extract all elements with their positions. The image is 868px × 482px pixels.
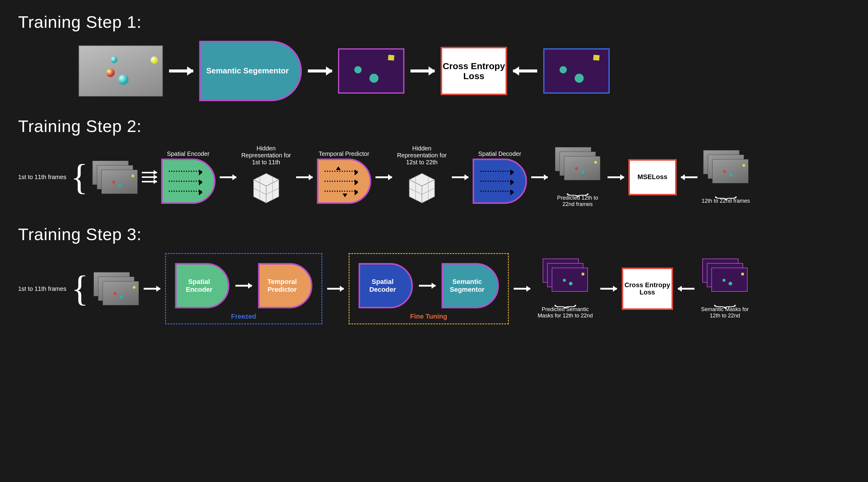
arrow-icon [169, 69, 193, 72]
arrow-icon [327, 288, 344, 290]
loss-label: Cross Entropy Loss [442, 61, 505, 81]
cross-entropy-loss-box: Cross Entropy Loss [622, 268, 673, 310]
arrow-icon [600, 288, 617, 290]
arrow-icon [531, 176, 548, 178]
step1-gt-mask [543, 48, 610, 94]
spatial-decoder-label: Spatial Decoder [360, 278, 411, 294]
gt-frames-col: ⏟ 12th to 22nd frames [702, 150, 750, 204]
arrow-icon [220, 176, 236, 178]
cube-icon [245, 167, 287, 209]
spatial-encoder-block [161, 158, 216, 204]
hidden2-col: Hidden Representation for 12st to 22th [396, 145, 447, 209]
predicted-masks-stack [542, 259, 588, 292]
brace-icon: ⏟ [715, 185, 737, 196]
temporal-predictor-col: Temporal Predictor [317, 150, 371, 204]
spatial-decoder-col: Spatial Decoder [473, 150, 527, 204]
step2-input-frames-stack [92, 161, 137, 194]
temporal-predictor-block [317, 158, 371, 204]
gt-frames-stack [703, 150, 748, 183]
spatial-encoder-label: Spatial Encoder [177, 278, 228, 294]
arrow-icon [410, 69, 435, 72]
cube-icon [401, 167, 443, 209]
brace-icon: ⏟ [714, 294, 736, 304]
step1-section: Training Step 1: Semantic Segementor Cro… [18, 12, 850, 101]
multi-arrow-icon [142, 172, 157, 182]
step3-title: Training Step 3: [18, 224, 850, 244]
cross-entropy-loss-box: Cross Entropy Loss [441, 47, 507, 95]
predicted-masks-col: ⏟ Predicted Semantic Masks for 12th to 2… [535, 259, 595, 319]
hidden1-col: Hidden Representation for 1st to 11th [241, 145, 292, 209]
temporal-predictor-label: Temporal Predictor [259, 278, 311, 294]
brace-icon: ⏟ [554, 294, 576, 304]
arrow-icon [144, 288, 160, 290]
gt-masks-col: ⏟ Semantic Masks for 12th to 22nd [699, 259, 751, 319]
arrow-icon [452, 176, 468, 178]
step1-predicted-mask [338, 48, 404, 94]
freezed-caption: Freezed [166, 312, 321, 321]
arrow-icon [681, 176, 698, 178]
semantic-segmentor-block: Semantic Segmentor [441, 263, 499, 308]
spatial-decoder-caption: Spatial Decoder [478, 150, 521, 157]
arrow-icon [375, 176, 392, 178]
freezed-group: Spatial Encoder Temporal Predictor Freez… [165, 253, 322, 324]
semantic-segmentor-block: Semantic Segementor [199, 41, 302, 101]
segmentor-label: Semantic Segementor [203, 66, 298, 76]
arrow-icon [236, 285, 252, 287]
semantic-segmentor-label: Semantic Segmentor [443, 278, 497, 294]
spatial-encoder-col: Spatial Encoder [161, 150, 216, 204]
brace-icon: { [71, 276, 89, 301]
arrow-icon [678, 288, 694, 290]
finetuning-caption: Fine Tuning [349, 312, 508, 321]
step3-input-frames-stack [94, 272, 139, 305]
predicted-frames-stack [555, 147, 600, 180]
spatial-encoder-caption: Spatial Encoder [167, 150, 210, 157]
spatial-decoder-block [473, 158, 527, 204]
arrow-icon [308, 69, 332, 72]
brace-icon: ⏟ [567, 182, 589, 193]
arrow-icon [514, 288, 530, 290]
step3-input-frames-label: 1st to 11th frames [18, 285, 66, 292]
mse-loss-box: MSELoss [628, 159, 677, 195]
arrow-icon [419, 285, 435, 287]
step2-title: Training Step 2: [18, 116, 850, 136]
brace-icon: { [71, 164, 88, 190]
step2-section: Training Step 2: 1st to 11th frames { Sp… [18, 116, 850, 209]
spatial-encoder-block: Spatial Encoder [175, 263, 229, 308]
predicted-frames-col: ⏟ Predicted 12th to 22nd frames [552, 147, 603, 208]
loss-label: MSELoss [638, 173, 667, 181]
step3-section: Training Step 3: 1st to 11th frames { Sp… [18, 224, 850, 324]
arrow-icon [296, 176, 313, 178]
hidden1-caption: Hidden Representation for 1st to 11th [241, 145, 292, 166]
gt-masks-stack [702, 259, 748, 292]
loss-label: Cross Entropy Loss [623, 281, 672, 296]
step1-input-image [79, 45, 163, 97]
temporal-predictor-caption: Temporal Predictor [319, 150, 369, 157]
step1-title: Training Step 1: [18, 12, 850, 32]
spatial-decoder-block: Spatial Decoder [359, 263, 413, 308]
step2-input-frames-label: 1st to 11th frames [18, 174, 66, 181]
temporal-predictor-block: Temporal Predictor [258, 263, 312, 308]
arrow-icon [513, 69, 537, 72]
hidden2-caption: Hidden Representation for 12st to 22th [396, 145, 447, 166]
arrow-icon [608, 176, 624, 178]
finetuning-group: Spatial Decoder Semantic Segmentor Fine … [349, 253, 509, 324]
